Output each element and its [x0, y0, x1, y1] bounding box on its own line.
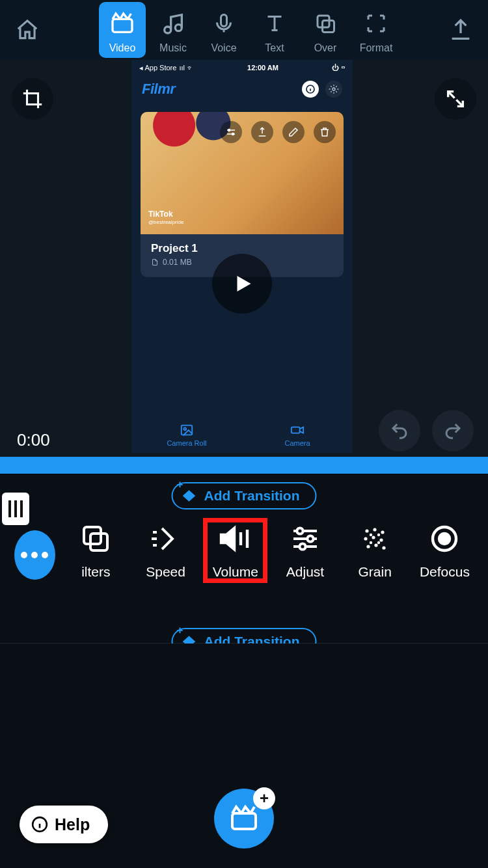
- svg-point-20: [381, 530, 385, 534]
- music-icon: [150, 6, 197, 41]
- tool-adjust[interactable]: Adjust: [276, 521, 334, 580]
- volume-icon: [212, 521, 259, 556]
- settings-icon[interactable]: [220, 121, 242, 143]
- svg-point-15: [297, 528, 303, 534]
- svg-point-22: [372, 536, 375, 539]
- speed-icon: [142, 521, 189, 556]
- crop-button[interactable]: [12, 78, 53, 120]
- svg-point-21: [364, 537, 368, 540]
- plus-icon: +: [177, 624, 183, 637]
- timeline-scrubber[interactable]: [0, 457, 488, 474]
- tab-text[interactable]: Text: [251, 2, 298, 58]
- format-icon: [353, 6, 400, 41]
- svg-point-16: [307, 536, 313, 541]
- tab-voice[interactable]: Voice: [200, 2, 247, 58]
- svg-rect-0: [113, 19, 132, 32]
- more-tools-button[interactable]: [14, 530, 55, 580]
- tiktok-watermark: TikTok @bestrealpride: [148, 210, 183, 225]
- tab-overlay[interactable]: Over: [302, 2, 349, 58]
- help-label: Help: [55, 815, 90, 834]
- preview-content: ◂ App Storeııl ᯤ 12:00 AM ⏻ ▭ Filmr: [131, 60, 353, 453]
- top-toolbar: Video Music Voice Text: [0, 0, 488, 60]
- plus-badge: +: [253, 787, 275, 809]
- mic-icon: [200, 6, 247, 41]
- svg-point-27: [370, 534, 372, 536]
- svg-point-8: [228, 129, 230, 131]
- tool-label: Defocus: [420, 564, 470, 580]
- status-clock: 12:00 AM: [247, 64, 278, 72]
- svg-point-23: [380, 538, 383, 541]
- tab-label: Music: [159, 42, 187, 54]
- tab-label: Text: [265, 42, 284, 54]
- tab-video[interactable]: Video: [99, 2, 146, 58]
- plus-icon: +: [177, 478, 183, 491]
- tab-label: Over: [314, 42, 337, 54]
- svg-point-25: [375, 543, 378, 547]
- svg-point-19: [373, 528, 377, 531]
- svg-rect-34: [232, 813, 256, 829]
- gear-icon[interactable]: [325, 81, 342, 98]
- tool-label: ilters: [81, 564, 110, 580]
- share-icon[interactable]: [251, 121, 273, 143]
- info-icon: [31, 816, 48, 833]
- tab-music[interactable]: Music: [150, 2, 197, 58]
- svg-rect-14: [90, 534, 107, 550]
- add-transition-top-button[interactable]: + Add Transition: [172, 482, 317, 509]
- undo-button[interactable]: [379, 410, 420, 452]
- battery-icon: ⏻ ▭: [332, 64, 345, 72]
- tool-label: Speed: [146, 564, 185, 580]
- svg-rect-10: [182, 425, 193, 435]
- preview-area: ◂ App Storeııl ᯤ 12:00 AM ⏻ ▭ Filmr: [0, 60, 488, 457]
- clapper-icon: [99, 6, 146, 41]
- timeline-panel: + Add Transition ilters Speed: [0, 474, 488, 643]
- tool-label: Adjust: [286, 564, 324, 580]
- tool-grain[interactable]: Grain: [346, 521, 404, 580]
- export-button[interactable]: [441, 10, 480, 49]
- text-icon: [251, 6, 298, 41]
- tab-camera[interactable]: Camera: [242, 416, 353, 453]
- tool-filters[interactable]: ilters: [67, 521, 125, 580]
- svg-point-11: [183, 427, 186, 430]
- tool-speed[interactable]: Speed: [137, 521, 195, 580]
- tool-label: Grain: [359, 564, 392, 580]
- edit-icon[interactable]: [282, 121, 305, 143]
- add-transition-label: Add Transition: [204, 488, 300, 504]
- tool-volume[interactable]: Volume: [206, 521, 264, 580]
- adjust-icon: [282, 521, 329, 556]
- svg-point-30: [377, 541, 380, 544]
- info-icon[interactable]: [302, 81, 319, 98]
- help-button[interactable]: Help: [20, 806, 108, 843]
- phone-bottom-tabs: Camera Roll Camera: [131, 416, 353, 453]
- svg-point-26: [383, 546, 386, 549]
- tab-camera-roll[interactable]: Camera Roll: [131, 416, 242, 453]
- home-button[interactable]: [8, 10, 47, 49]
- fullscreen-button[interactable]: [435, 78, 476, 120]
- trash-icon[interactable]: [314, 121, 336, 143]
- add-media-fab[interactable]: +: [214, 789, 274, 848]
- svg-rect-3: [221, 15, 227, 27]
- tab-format[interactable]: Format: [353, 2, 400, 58]
- tab-label: Voice: [211, 42, 236, 54]
- tool-defocus[interactable]: Defocus: [416, 521, 474, 580]
- svg-point-17: [299, 543, 305, 549]
- overlay-icon: [302, 6, 349, 41]
- tab-label: Video: [109, 42, 136, 54]
- clip-handle[interactable]: [2, 493, 29, 525]
- defocus-icon: [421, 521, 468, 556]
- play-button[interactable]: [212, 254, 272, 314]
- svg-point-9: [232, 133, 234, 135]
- tab-label: Format: [360, 42, 393, 54]
- svg-point-28: [377, 534, 380, 536]
- project-thumbnail: TikTok @bestrealpride: [141, 112, 344, 234]
- svg-point-29: [370, 541, 372, 544]
- phone-status-bar: ◂ App Storeııl ᯤ 12:00 AM ⏻ ▭: [131, 60, 353, 75]
- project-card[interactable]: TikTok @bestrealpride Project 1 0.01 MB: [141, 112, 344, 277]
- svg-rect-13: [84, 527, 101, 544]
- filters-icon: [72, 521, 119, 556]
- lower-panel: Help +: [0, 644, 488, 868]
- project-title: Project 1: [151, 242, 333, 255]
- redo-button[interactable]: [432, 410, 474, 452]
- tool-label: Volume: [213, 564, 258, 580]
- back-to-app: ◂ App Store: [139, 64, 176, 72]
- app-brand: Filmr: [142, 81, 175, 98]
